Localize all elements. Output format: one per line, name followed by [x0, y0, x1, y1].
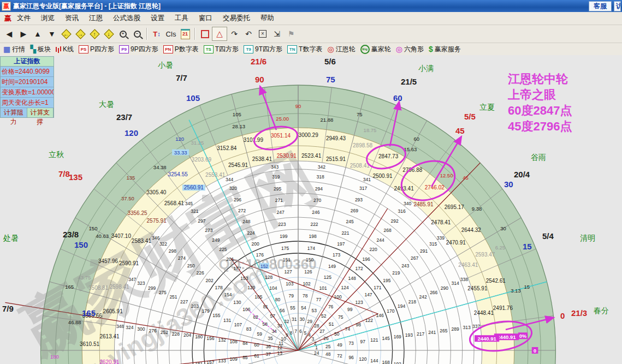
menu-item-3[interactable]: 资讯	[65, 14, 79, 22]
ribbon-item-P数字表[interactable]: PNP数字表	[163, 45, 199, 54]
wheel-number: 152	[260, 264, 268, 269]
down-arrow-icon[interactable]: ▼	[45, 27, 59, 40]
wheel-number: 153	[240, 276, 248, 281]
menu-item-4[interactable]: 江恩	[89, 14, 103, 22]
outer-price-label: 2847.73	[378, 153, 399, 159]
calc-resistance-button[interactable]: 计算阻力	[1, 108, 27, 117]
time-axis-icon[interactable]: T↕	[150, 27, 164, 40]
wheel-number: 146	[376, 313, 384, 318]
calc-support-button[interactable]: 计算支撑	[27, 108, 54, 117]
menu-item-7[interactable]: 工具	[175, 14, 188, 22]
wheel-number: 155	[212, 313, 220, 318]
back-icon[interactable]: ◀	[2, 27, 16, 40]
wheel-number: 177	[233, 266, 241, 271]
percent-label: 25.00	[276, 116, 289, 122]
zoom-in-icon[interactable]: +	[116, 27, 130, 40]
toolbar: ◀ ▶ ▲ ▼ ← → ↑ ↓ + − T↕ Cls 21 △ ↷ ↶ × ⇲ …	[0, 25, 622, 43]
wheel-number: 243	[401, 263, 409, 268]
draw-square-icon[interactable]	[198, 27, 212, 40]
wheel-number: 127	[285, 269, 292, 275]
partial-button[interactable]: 访谈	[614, 1, 621, 11]
menu-item-1[interactable]: 文件	[17, 14, 31, 22]
wheel-number: 78	[303, 293, 308, 299]
wheel-number: 107	[234, 322, 242, 327]
customer-service-button[interactable]: 客服	[589, 1, 612, 11]
flag-icon[interactable]: ⚑	[284, 27, 298, 40]
cls-button[interactable]: Cls	[164, 27, 178, 40]
wheel-number: 97	[360, 339, 366, 344]
wheel-number: 267	[411, 255, 418, 261]
zoom-out-icon[interactable]: −	[130, 27, 144, 40]
pan-right-icon[interactable]: →	[73, 27, 87, 40]
wheel-number: 225	[219, 247, 227, 252]
menu-item-5[interactable]: 公式选股	[113, 14, 140, 22]
menu-item-10[interactable]: 帮助	[260, 14, 274, 22]
ribbon-item-9T四方形[interactable]: T99T四方形	[244, 45, 282, 54]
delete-box-icon[interactable]: ×	[256, 27, 270, 40]
compass-label: 105	[186, 93, 200, 103]
ribbon-item-9P四方形[interactable]: P99P四方形	[119, 45, 158, 54]
wheel-number: 133	[218, 358, 226, 363]
wheel-number: 130	[233, 300, 241, 305]
rotate-cw-icon[interactable]: ↷	[227, 27, 241, 40]
wheel-number: 314	[452, 281, 459, 286]
TS-icon: TS	[204, 45, 214, 53]
wheel-number: 316	[398, 208, 405, 214]
forward-icon[interactable]: ▶	[16, 27, 31, 40]
wheel-number: 131	[223, 318, 231, 323]
ribbon-item-K线[interactable]: K线	[56, 45, 74, 54]
compass-label: 5/4	[542, 231, 554, 241]
degree-label: 180	[50, 354, 59, 360]
ribbon-item-赢家轮[interactable]: Big赢家轮	[360, 45, 391, 54]
wheel-number: 24	[314, 350, 319, 356]
ribbon-item-P四方形[interactable]: PSP四方形	[79, 45, 114, 54]
menu-item-6[interactable]: 设置	[151, 14, 164, 22]
percent-label: 6.25	[495, 244, 506, 250]
compass-label: 5/5	[464, 112, 476, 121]
wheel-number: 151	[283, 257, 291, 262]
wheel-number: 36	[265, 344, 271, 349]
wheel-number: 129	[247, 285, 255, 290]
wheel-number: 126	[304, 269, 312, 275]
wheel-number: 154	[224, 292, 232, 297]
wheel-number: 289	[451, 326, 459, 332]
pan-down-icon[interactable]: ↓	[102, 27, 116, 40]
inner-price-label: 2485.91	[413, 201, 434, 207]
wheel-number: 26	[323, 336, 329, 341]
wheel-number: 35	[268, 336, 273, 341]
wheel-number: 250	[187, 263, 195, 268]
ribbon-item-六角形[interactable]: ◎六角形	[396, 45, 424, 54]
menu-item-2[interactable]: 浏览	[41, 14, 55, 22]
ribbon-item-T数字表[interactable]: TNT数字表	[287, 45, 322, 54]
draw-triangle-icon[interactable]: △	[212, 27, 227, 41]
menu-item-8[interactable]: 窗口	[199, 14, 212, 22]
dollar-icon: $	[429, 45, 433, 53]
wheel-number: 28	[314, 323, 319, 329]
ribbon-item-江恩轮[interactable]: ◎江恩轮	[327, 45, 355, 54]
wheel-number: 266	[430, 290, 437, 295]
calendar-icon[interactable]: 21	[178, 27, 192, 40]
wheel-number: 198	[309, 234, 317, 239]
compass-label: 21/5	[401, 77, 417, 86]
wheel-number: 313	[463, 325, 471, 330]
big-green-icon: Big	[360, 45, 370, 54]
ribbon-item-行情[interactable]: ▦行情	[3, 45, 25, 54]
pan-left-icon[interactable]: ←	[59, 27, 73, 40]
up-arrow-icon[interactable]: ▲	[31, 27, 45, 40]
ribbon-item-板块[interactable]: ▚板块	[30, 45, 51, 54]
wheel-number: 61	[254, 353, 259, 359]
ribbon-item-赢家服务[interactable]: $赢家服务	[429, 45, 461, 54]
wheel-number: 2	[314, 341, 317, 346]
degree-label: 165	[65, 284, 74, 290]
ribbon-item-T四方形[interactable]: TST四方形	[204, 45, 239, 54]
wheel-number: 81	[263, 304, 269, 309]
wheel-number: 105	[254, 294, 262, 300]
wheel-number: 220	[369, 247, 377, 252]
menu-item-9[interactable]: 交易委托	[223, 14, 250, 22]
wheel-number: 178	[215, 285, 222, 290]
pan-up-icon[interactable]: ↑	[87, 27, 102, 40]
wheel-number: 103	[286, 281, 293, 287]
rotate-ccw-icon[interactable]: ↶	[241, 27, 256, 40]
percent-label-badge: 0%	[519, 333, 526, 339]
resize-icon[interactable]: ⇲	[270, 27, 284, 40]
